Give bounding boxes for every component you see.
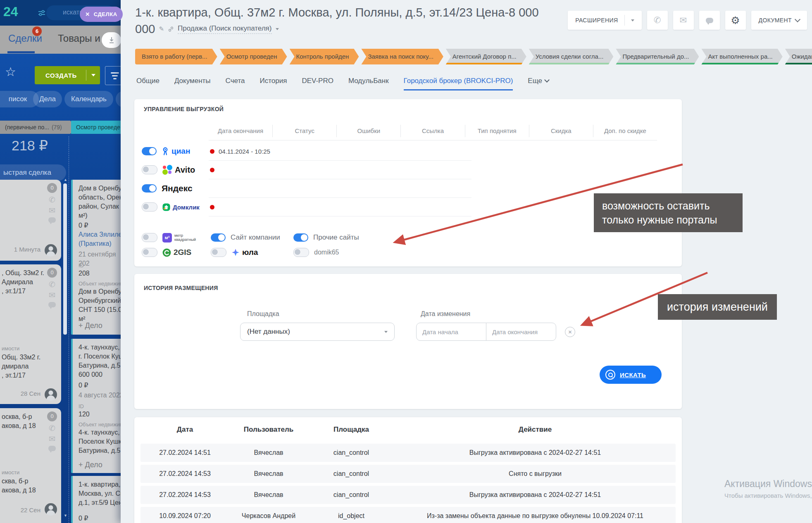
- scroll-up-icon[interactable]: ▲: [64, 178, 67, 182]
- document-button[interactable]: ДОКУМЕНТ: [751, 11, 807, 30]
- cell-action: Выгрузка активирована с 2024-02-27 14:51: [395, 491, 676, 499]
- chat-icon[interactable]: [48, 217, 56, 223]
- phone-icon[interactable]: ✆: [49, 196, 55, 204]
- col-discount: Скидка: [529, 125, 593, 137]
- view-pill-calendar[interactable]: Календарь: [64, 91, 113, 107]
- tab-general[interactable]: Общие: [136, 77, 160, 90]
- portal-name: Avito: [175, 165, 195, 175]
- settings-slider-icon[interactable]: [38, 10, 45, 16]
- cian-toggle[interactable]: [142, 147, 157, 155]
- link-icon[interactable]: [168, 26, 174, 32]
- kanban-scrollbar[interactable]: [63, 183, 67, 335]
- create-deal-button[interactable]: СОЗДАТЬ: [35, 66, 100, 84]
- stage-chip[interactable]: Взято в работу (перв...: [135, 49, 217, 64]
- extensions-caret-icon[interactable]: [631, 19, 634, 21]
- select-caret-icon: [384, 331, 388, 333]
- domclick-toggle[interactable]: [142, 202, 157, 212]
- mail-icon[interactable]: ✉: [49, 291, 55, 299]
- pipeline-link[interactable]: Продажа (Поиск покупателя): [178, 24, 272, 34]
- stage-chip[interactable]: Агентский Договор п...: [446, 49, 526, 64]
- stage-chip[interactable]: Акт выполненных ра...: [701, 49, 782, 64]
- add-task-link[interactable]: + Дело: [79, 321, 102, 330]
- tab-documents[interactable]: Документы: [174, 77, 211, 90]
- printer-icon[interactable]: [71, 513, 72, 521]
- scroll-down-icon[interactable]: ▼: [64, 513, 67, 518]
- pill-label: писок: [9, 95, 27, 103]
- view-pill-more[interactable]: Мо: [116, 91, 121, 107]
- pill-label: Календарь: [71, 95, 107, 103]
- stage-chip[interactable]: Осмотр проведен: [220, 49, 287, 64]
- gis-toggle[interactable]: [142, 248, 157, 257]
- tab-history[interactable]: История: [260, 77, 287, 90]
- tab-broker-active[interactable]: Городской брокер (BROKCI-PRO): [404, 77, 513, 90]
- stage-chip[interactable]: Контроль пройден: [290, 49, 359, 64]
- view-pill-tasks[interactable]: Дела: [33, 91, 62, 107]
- deal-card[interactable]: 0 ✆ ✉ 1 Минута: [0, 180, 61, 261]
- search-button[interactable]: ИСКАТЬ: [600, 366, 662, 384]
- active-tab-underline: [7, 51, 35, 53]
- phone-icon[interactable]: ✆: [49, 281, 55, 288]
- yula-toggle[interactable]: [211, 248, 226, 257]
- tab-modulbank[interactable]: МодульБанк: [348, 77, 389, 90]
- slideover-close-button[interactable]: ✕ СДЕЛКА: [80, 7, 123, 22]
- add-task-link[interactable]: + Дело: [79, 460, 102, 469]
- stage-chip[interactable]: Условия сделки согла...: [529, 49, 614, 64]
- card-agent-link[interactable]: Алиса Зялилев (Практика): [79, 230, 121, 248]
- chat-button[interactable]: [699, 11, 720, 30]
- deal-card[interactable]: осква, б-р акова, д 18 0 ✆ ✉ имости сква…: [0, 408, 61, 523]
- platform-select[interactable]: (Нет данных): [240, 323, 395, 341]
- kanban-column-header-primary[interactable]: (первичные по... (79): [0, 121, 76, 134]
- chat-icon[interactable]: [48, 446, 56, 451]
- cell-platform: id_object: [308, 512, 395, 520]
- avito-toggle[interactable]: [142, 165, 157, 174]
- edit-pencil-icon[interactable]: ✎: [159, 25, 164, 33]
- extra-row-m2: м² метр квадратный: [142, 231, 198, 245]
- create-dropdown-caret[interactable]: [91, 74, 95, 76]
- mail-icon[interactable]: ✉: [49, 435, 55, 443]
- settings-button[interactable]: ⚙: [725, 11, 746, 30]
- other-sites-toggle[interactable]: [293, 233, 308, 242]
- call-button[interactable]: ✆: [647, 11, 668, 30]
- mail-icon[interactable]: ✉: [49, 207, 55, 214]
- tab-devpro[interactable]: DEV-PRO: [302, 77, 333, 90]
- deal-card[interactable]: , Общ. 33м2 г. Адмирала , эт.1/17 0 ✆ ✉ …: [0, 264, 61, 404]
- card-title-line: , эт.1/17: [2, 287, 44, 296]
- yandex-toggle[interactable]: [142, 184, 157, 193]
- quick-deal-button[interactable]: ыстрая сделка: [0, 164, 66, 181]
- tab-more[interactable]: Еще: [528, 77, 549, 90]
- m2-logo: м² метр квадратный: [162, 233, 198, 242]
- filter-button[interactable]: [105, 66, 121, 85]
- pipeline-caret-icon[interactable]: [276, 28, 279, 30]
- card-field-label: имости: [2, 345, 19, 352]
- company-site-toggle[interactable]: [211, 233, 226, 242]
- m2-toggle[interactable]: [142, 233, 157, 242]
- card-field-line: акова, д 18: [2, 486, 36, 495]
- card-date: 4 августа 2022: [79, 391, 121, 400]
- phone-icon[interactable]: ✆: [49, 424, 55, 432]
- date-to-input[interactable]: [486, 323, 556, 341]
- domik65-toggle[interactable]: [293, 248, 309, 257]
- email-button[interactable]: ✉: [673, 11, 694, 30]
- card-field-line: , эт.1/17: [2, 371, 40, 380]
- extensions-button[interactable]: РАСШИРЕНИЯ: [568, 11, 641, 30]
- kanban-column-header-inspection[interactable]: Осмотр проведе: [71, 121, 121, 134]
- stage-chip[interactable]: Заявка на поиск поку...: [361, 49, 443, 64]
- date-from-input[interactable]: [416, 323, 486, 341]
- stage-chip[interactable]: Предварительный до...: [616, 49, 699, 64]
- deal-card[interactable]: 4-к. таунхаус, г. Поселок Куш Батурина, …: [71, 339, 121, 473]
- 2gis-icon: [162, 248, 171, 257]
- deals-counter-badge: 6: [32, 26, 42, 36]
- clear-dates-button[interactable]: ✕: [565, 327, 575, 337]
- tab-invoices[interactable]: Счета: [226, 77, 245, 90]
- favorite-star-icon[interactable]: ☆: [5, 64, 16, 79]
- extra-row-2gis: 2GIS: [142, 245, 191, 259]
- object-label: Объект недвижим: [79, 281, 121, 287]
- avatar: [45, 388, 57, 401]
- portal-name: юла: [242, 248, 258, 257]
- deal-card[interactable]: Дом в Оренбу область, Орен район, Сулак …: [71, 180, 121, 335]
- search-icon: [605, 370, 615, 380]
- collapse-button[interactable]: [102, 32, 121, 48]
- deal-card[interactable]: 1-к. квартира, Москва, ул. Ск д.1, эт.5/…: [71, 476, 121, 523]
- stage-chip[interactable]: Ожидание оплаты ко...: [785, 49, 812, 64]
- chat-icon[interactable]: [48, 302, 56, 307]
